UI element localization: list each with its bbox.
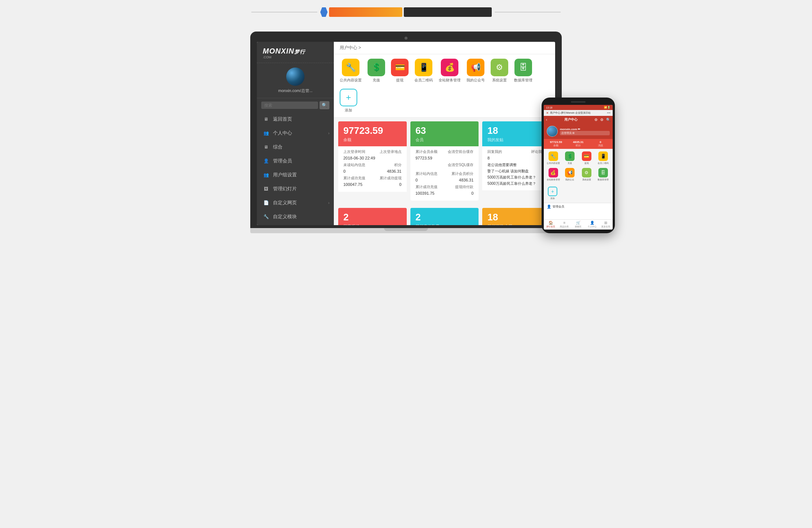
members-row4-labels: 累计成功充值 提现待付款 <box>416 184 474 190</box>
stat-card-posts: 18 我的发贴 回复我的 评论我的 8 8 <box>482 121 551 201</box>
nav-label-members: 管理会员 <box>273 158 292 164</box>
posts-label: 我的发贴 <box>487 137 546 143</box>
stats-grid-row2: 2 留言反馈 未公开 已公开 0 2 <box>334 204 555 225</box>
label-total-balance: 累计会员余额 <box>416 149 438 154</box>
feedback-label: 留言反馈 <box>343 224 402 225</box>
post-link-1[interactable]: 老公说他需要调整 <box>487 162 546 168</box>
table-number: 2 <box>416 212 474 223</box>
phone-settings-box: ⚙ <box>582 168 591 177</box>
phone-qrcode-label: 会员二维码 <box>598 162 609 165</box>
nav-item-home[interactable]: 🖥 返回首页 <box>257 112 334 126</box>
laptop-base <box>250 228 562 233</box>
nav-category-icon: ≡ <box>563 221 565 225</box>
post-link-3[interactable]: 5000万高龄民工靠什么养老？ <box>487 175 546 180</box>
phone-nav-bar: ‹ 用户中心 ⚙ ⚙ 🔍 <box>544 116 613 124</box>
phone-database-label: 数据库管理 <box>598 178 609 182</box>
phone-nav-profile[interactable]: 👤 个人中心 <box>585 220 599 230</box>
feedback-header: 2 留言反馈 <box>338 208 407 225</box>
members-row3-labels: 累计站内信息 累计会员积分 <box>416 171 474 176</box>
phone-icon-finance[interactable]: 💰 全站财务管理 <box>545 167 561 183</box>
usergroups-icon: 👥 <box>263 172 269 177</box>
icon-public-content[interactable]: 🔧 公共内容设置 <box>340 59 362 83</box>
recharge-icon-box: 💲 <box>368 59 385 76</box>
back-icon[interactable]: ‹ <box>546 118 547 122</box>
phone-icon-settings[interactable]: ⚙ 系统设置 <box>579 167 595 183</box>
posts-header: 18 我的发贴 <box>482 121 551 146</box>
nav-item-slides[interactable]: 🖼 管理幻灯片 <box>257 182 334 196</box>
phone-icon-add[interactable]: + 添加 <box>547 186 558 201</box>
profile-icon: 👥 <box>263 131 269 136</box>
nav-item-profile[interactable]: 👥 个人中心 › <box>257 126 334 140</box>
main-scene: MONXIN梦行 .COM monxin.com/总管... 🔍 <box>204 32 608 233</box>
balance-row2-labels: 未读站内信息 积分 <box>343 162 402 168</box>
phone-icon-public[interactable]: 🔧 公共内容设置 <box>545 150 561 166</box>
phone-recharge-label: 充值 <box>568 162 572 165</box>
posts-row1-labels: 回复我的 评论我的 <box>487 149 546 154</box>
phone-points-label: 积分 <box>568 144 589 147</box>
banner-icon <box>320 7 328 17</box>
balance-body: 上次登录时间 上次登录地点 2018-06-30 22:49 未读站内信息 积分 <box>338 146 407 192</box>
pages-icon: 📄 <box>263 200 269 205</box>
nav-item-members[interactable]: 👤 管理会员 <box>257 154 334 168</box>
phone-icon-wechat[interactable]: 📢 我的公众 <box>562 167 578 183</box>
phone-icon-database[interactable]: 🗄 数据库管理 <box>595 167 612 183</box>
phone-public-label: 公共内容设置 <box>547 162 560 165</box>
phone-messages-label: 消息 <box>590 144 611 147</box>
label-total-msg: 累计站内信息 <box>416 171 438 176</box>
phone-icon-withdraw[interactable]: 💳 提现 <box>579 150 595 166</box>
phone-nav-apps[interactable]: ⊞ 更多应用 <box>599 220 613 230</box>
phone-username: monxin.com ✏ <box>560 128 610 131</box>
settings-icon-box: ⚙ <box>491 59 508 76</box>
icon-recharge[interactable]: 💲 充值 <box>368 59 385 83</box>
phone-icon-grid: 🔧 公共内容设置 💲 充值 💳 提现 📱 会员二维码 <box>544 149 613 184</box>
value-pending-withdraw: 0 <box>471 191 473 195</box>
phone-search-icon[interactable]: 🔍 <box>606 118 610 122</box>
finance-label: 全站财务管理 <box>439 78 461 83</box>
members-header: 63 会员 <box>410 121 479 146</box>
search-input[interactable] <box>261 102 318 109</box>
top-banner <box>7 7 805 17</box>
label-clear-sql: 会清空SQL缓存 <box>448 162 473 168</box>
phone-finance-label: 全站财务管理 <box>547 178 560 182</box>
qrcode-icon-box: 📱 <box>415 59 432 76</box>
posts-number: 18 <box>487 125 546 136</box>
balance-label: 余额 <box>343 137 402 143</box>
label-total-withdraw: 累计成功提现 <box>380 176 402 181</box>
table-label: 梦行表单数量 <box>416 224 474 225</box>
phone-database-box: 🗄 <box>598 168 608 177</box>
nav-cart-label: 购物车 <box>575 225 582 228</box>
icon-qrcode[interactable]: 📱 会员二维码 <box>414 59 433 83</box>
phone-member-label: 管理会员 <box>553 205 564 209</box>
nav-item-pages[interactable]: 📄 自定义网页 › <box>257 196 334 210</box>
phone-icon-qrcode[interactable]: 📱 会员二维码 <box>595 150 612 166</box>
label-replies: 回复我的 <box>487 149 502 154</box>
icon-finance[interactable]: 💰 全站财务管理 <box>439 59 461 83</box>
post-link-4[interactable]: 5000万高龄民工靠什么养老？ <box>487 181 546 186</box>
user-url: monxin.com/总管... <box>263 88 328 94</box>
phone-icon-recharge[interactable]: 💲 充值 <box>562 150 578 166</box>
icon-wechat[interactable]: 📢 我的公众号 <box>466 59 485 83</box>
phone-settings-icon[interactable]: ⚙ <box>600 118 604 122</box>
phone-finance-box: 💰 <box>549 168 558 177</box>
icon-grid: 🔧 公共内容设置 💲 充值 💳 提现 📱 <box>334 54 555 118</box>
icon-settings[interactable]: ⚙ 系统设置 <box>491 59 508 83</box>
nav-label-profile: 个人中心 <box>273 130 292 136</box>
icon-add[interactable]: + 添加 <box>340 89 357 113</box>
phone-signal: 📶🔋 <box>604 106 610 109</box>
nav-profile-label: 个人中心 <box>588 225 597 228</box>
phone-gear-icon[interactable]: ⚙ <box>594 118 598 122</box>
phone-nav-category[interactable]: ≡ 商品分类 <box>558 220 572 230</box>
nav-item-more[interactable]: ••• 更多 › <box>257 224 334 225</box>
icon-withdraw[interactable]: 💳 提现 <box>391 59 409 83</box>
phone-stat-points: 4835.31 积分 <box>568 140 589 147</box>
nav-item-usergroups[interactable]: 👥 用户组设置 <box>257 168 334 182</box>
post-link-2[interactable]: 娶了一心机婊 该如何翻盘 <box>487 169 546 174</box>
nav-item-modules[interactable]: 🔧 自定义模块 <box>257 210 334 224</box>
phone-nav-cart[interactable]: 🛒 购物车 <box>571 220 585 230</box>
phone-nav-home[interactable]: 🏠 梦行首页 <box>544 220 558 230</box>
icon-database[interactable]: 🗄 数据库管理 <box>514 59 532 83</box>
stat-card-feedback: 2 留言反馈 未公开 已公开 0 2 <box>338 208 407 225</box>
search-button[interactable]: 🔍 <box>320 101 329 109</box>
laptop-frame: MONXIN梦行 .COM monxin.com/总管... 🔍 <box>250 32 562 228</box>
nav-item-general[interactable]: 🖥 综合 <box>257 140 334 154</box>
